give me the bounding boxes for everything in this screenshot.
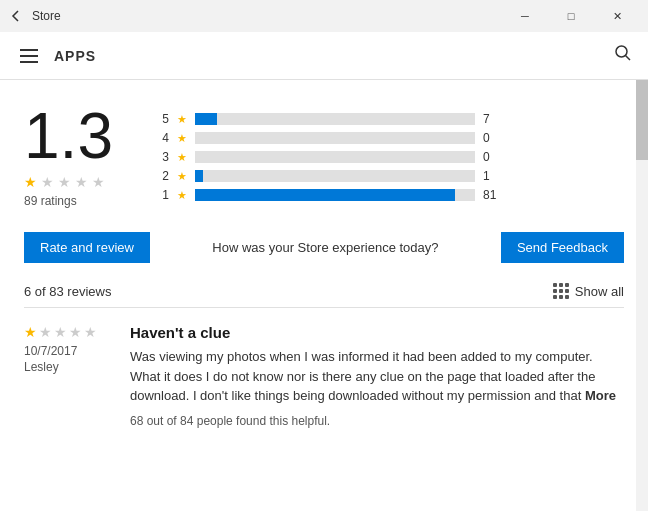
title-bar-left: Store: [8, 8, 61, 24]
ratings-count: 89 ratings: [24, 194, 77, 208]
bar-track-2: [195, 170, 475, 182]
review-left: ★ ★ ★ ★ ★ 10/7/2017 Lesley: [24, 324, 114, 428]
r-star-2: ★: [39, 324, 52, 340]
feedback-question: How was your Store experience today?: [212, 240, 438, 255]
bar-count-1: 81: [483, 188, 507, 202]
scrollbar-track: [636, 80, 648, 511]
bar-row-1star: 1 ★ 81: [145, 188, 624, 202]
bar-star-icon-2: ★: [177, 170, 187, 183]
maximize-button[interactable]: □: [548, 0, 594, 32]
star-2: ★: [41, 174, 54, 190]
bar-label-3: 3: [145, 150, 169, 164]
app-header: APPS: [0, 32, 648, 80]
bar-count-4: 0: [483, 131, 507, 145]
bar-label-5: 5: [145, 112, 169, 126]
bar-star-icon-3: ★: [177, 151, 187, 164]
review-item: ★ ★ ★ ★ ★ 10/7/2017 Lesley Haven't a clu…: [24, 324, 624, 428]
bar-count-3: 0: [483, 150, 507, 164]
content-area: 1.3 ★ ★ ★ ★ ★ 89 ratings 5 ★ 7 4 ★: [0, 80, 648, 511]
bar-star-icon-5: ★: [177, 113, 187, 126]
hamburger-line-2: [20, 55, 38, 57]
send-feedback-button[interactable]: Send Feedback: [501, 232, 624, 263]
r-star-1: ★: [24, 324, 37, 340]
review-more-link[interactable]: More: [585, 388, 616, 403]
bar-label-1: 1: [145, 188, 169, 202]
review-body-text: Was viewing my photos when I was informe…: [130, 349, 595, 403]
svg-line-1: [626, 56, 631, 61]
bars-section: 5 ★ 7 4 ★ 0 3 ★ 0 2 ★ 1: [145, 104, 624, 202]
review-helpful: 68 out of 84 people found this helpful.: [130, 414, 624, 428]
title-bar-controls: ─ □ ✕: [502, 0, 640, 32]
search-button[interactable]: [614, 44, 632, 67]
star-3: ★: [58, 174, 71, 190]
bar-row-3star: 3 ★ 0: [145, 150, 624, 164]
reviews-header: 6 of 83 reviews Show all: [24, 283, 624, 308]
bar-track-5: [195, 113, 475, 125]
hamburger-line-1: [20, 49, 38, 51]
overall-rating: 1.3 ★ ★ ★ ★ ★ 89 ratings: [24, 104, 113, 208]
review-title: Haven't a clue: [130, 324, 624, 341]
back-icon[interactable]: [8, 8, 24, 24]
title-bar: Store ─ □ ✕: [0, 0, 648, 32]
review-right: Haven't a clue Was viewing my photos whe…: [130, 324, 624, 428]
review-stars: ★ ★ ★ ★ ★: [24, 324, 97, 340]
bar-count-5: 7: [483, 112, 507, 126]
star-4: ★: [75, 174, 88, 190]
show-all-button[interactable]: Show all: [553, 283, 624, 299]
window-title: Store: [32, 9, 61, 23]
bar-star-icon-1: ★: [177, 189, 187, 202]
minimize-button[interactable]: ─: [502, 0, 548, 32]
bar-row-2star: 2 ★ 1: [145, 169, 624, 183]
bar-count-2: 1: [483, 169, 507, 183]
r-star-3: ★: [54, 324, 67, 340]
scrollbar-thumb[interactable]: [636, 80, 648, 160]
bar-track-4: [195, 132, 475, 144]
bar-fill-2: [195, 170, 203, 182]
rate-review-button[interactable]: Rate and review: [24, 232, 150, 263]
close-button[interactable]: ✕: [594, 0, 640, 32]
rating-stars: ★ ★ ★ ★ ★: [24, 174, 105, 190]
ratings-section: 1.3 ★ ★ ★ ★ ★ 89 ratings 5 ★ 7 4 ★: [24, 104, 624, 208]
hamburger-line-3: [20, 61, 38, 63]
review-date: 10/7/2017: [24, 344, 77, 358]
review-author: Lesley: [24, 360, 59, 374]
bar-track-1: [195, 189, 475, 201]
star-1: ★: [24, 174, 37, 190]
star-5: ★: [92, 174, 105, 190]
search-icon: [614, 44, 632, 62]
feedback-section: Rate and review How was your Store exper…: [24, 232, 624, 263]
grid-icon: [553, 283, 569, 299]
hamburger-button[interactable]: [16, 45, 42, 67]
bar-track-3: [195, 151, 475, 163]
bar-label-2: 2: [145, 169, 169, 183]
bar-row-4star: 4 ★ 0: [145, 131, 624, 145]
svg-point-0: [616, 46, 627, 57]
rating-number: 1.3: [24, 104, 113, 168]
bar-fill-1: [195, 189, 455, 201]
bar-star-icon-4: ★: [177, 132, 187, 145]
r-star-4: ★: [69, 324, 82, 340]
bar-fill-5: [195, 113, 217, 125]
show-all-label: Show all: [575, 284, 624, 299]
app-title: APPS: [54, 48, 614, 64]
r-star-5: ★: [84, 324, 97, 340]
review-body: Was viewing my photos when I was informe…: [130, 347, 624, 406]
bar-label-4: 4: [145, 131, 169, 145]
reviews-count: 6 of 83 reviews: [24, 284, 111, 299]
bar-row-5star: 5 ★ 7: [145, 112, 624, 126]
